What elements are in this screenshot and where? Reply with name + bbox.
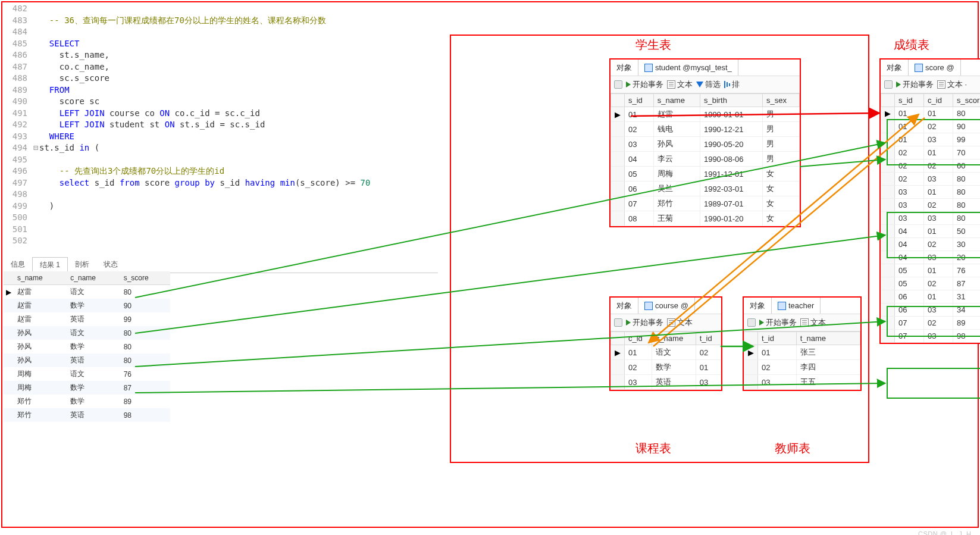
cell[interactable]: 1990-01-20 (700, 211, 762, 226)
cell[interactable]: 数学 (64, 299, 117, 312)
cell[interactable]: 03 (625, 375, 652, 390)
fold-mark[interactable] (32, 224, 39, 236)
data-row[interactable]: 020170 (881, 146, 981, 159)
cell[interactable]: 02 (696, 345, 721, 360)
result-row[interactable]: 孙风英语80 (4, 353, 170, 367)
fold-mark[interactable] (32, 119, 39, 131)
cell[interactable]: 英语 (64, 353, 117, 367)
code-line[interactable]: 483 -- 36、查询每一门课程成绩都在70分以上的学生的姓名、课程名称和分数 (4, 15, 444, 27)
code-line[interactable]: 487 co.c_name, (4, 61, 444, 73)
code-line[interactable]: 500 (4, 212, 444, 224)
cell[interactable]: 01 (924, 107, 953, 120)
tab-table[interactable]: score @ (908, 60, 961, 76)
code-line[interactable]: 501 (4, 224, 444, 236)
cell[interactable]: 英语 (652, 375, 696, 390)
cell[interactable]: 英语 (64, 408, 117, 422)
data-row[interactable]: 020260 (881, 159, 981, 173)
cell[interactable]: 01 (924, 186, 953, 199)
cell[interactable]: 04 (895, 251, 924, 264)
text-button[interactable]: 文本 (667, 79, 693, 90)
code-line[interactable]: 499 ) (4, 201, 444, 212)
data-row[interactable]: 030380 (881, 212, 981, 225)
cell[interactable]: 03 (895, 199, 924, 212)
cell[interactable]: 87 (953, 277, 980, 290)
result-row[interactable]: 赵雷英语99 (4, 312, 170, 326)
data-row[interactable]: 06吴兰1992-03-01女 (611, 182, 800, 196)
column-header[interactable]: c_name (64, 271, 117, 285)
cell[interactable]: 赵雷 (11, 285, 64, 299)
data-row[interactable]: 040230 (881, 238, 981, 251)
cell[interactable]: 87 (118, 381, 170, 395)
cell[interactable]: 02 (924, 199, 953, 212)
cell[interactable]: 数学 (64, 395, 117, 408)
db-icon-btn[interactable] (747, 318, 756, 327)
cell[interactable]: 90 (953, 120, 980, 133)
cell[interactable]: 01 (924, 146, 953, 159)
fold-mark[interactable] (32, 26, 39, 38)
cell[interactable]: 01 (924, 264, 953, 277)
cell[interactable]: 98 (953, 330, 980, 343)
fold-mark[interactable] (32, 165, 39, 177)
result-row[interactable]: 赵雷数学90 (4, 299, 170, 312)
data-row[interactable]: 040150 (881, 225, 981, 238)
cell[interactable]: 03 (924, 212, 953, 225)
code-text[interactable]: LEFT JOIN student st ON st.s_id = sc.s_i… (39, 119, 444, 131)
cell[interactable]: 90 (118, 299, 170, 312)
cell[interactable]: 1989-07-01 (700, 196, 762, 211)
code-text[interactable]: ) (39, 201, 444, 212)
cell[interactable]: 1990-12-21 (700, 122, 762, 137)
result-row[interactable]: 孙风数学80 (4, 340, 170, 353)
begin-tx-button[interactable]: 开始事务 (896, 79, 934, 90)
tab-info[interactable]: 信息 (4, 257, 32, 273)
cell[interactable]: 07 (895, 330, 924, 343)
cell[interactable]: 数学 (652, 360, 696, 375)
result-row[interactable]: 周梅语文76 (4, 367, 170, 381)
cell[interactable]: 02 (895, 146, 924, 159)
cell[interactable]: 1992-03-01 (700, 182, 762, 196)
cell[interactable]: 1990-05-20 (700, 137, 762, 152)
cell[interactable]: 06 (895, 290, 924, 304)
cell[interactable]: 男 (762, 137, 799, 152)
result-row[interactable]: 周梅数学87 (4, 381, 170, 395)
cell[interactable]: 钱电 (653, 122, 700, 137)
code-line[interactable]: 486 st.s_name, (4, 49, 444, 61)
cell[interactable]: 80 (953, 186, 980, 199)
code-text[interactable]: FROM (39, 85, 444, 96)
data-row[interactable]: 030280 (881, 199, 981, 212)
data-row[interactable]: 05周梅1991-12-01女 (611, 167, 800, 182)
column-header[interactable]: c_name (652, 332, 696, 345)
code-line[interactable]: 495 (4, 154, 444, 166)
result-row[interactable]: 郑竹英语98 (4, 408, 170, 422)
cell[interactable]: 80 (953, 199, 980, 212)
result-grid[interactable]: s_namec_names_score▶赵雷语文80赵雷数学90赵雷英语99孙风… (4, 271, 170, 422)
cell[interactable]: 女 (762, 182, 799, 196)
cell[interactable]: 02 (758, 360, 797, 375)
cell[interactable]: 03 (895, 186, 924, 199)
cell[interactable]: 女 (762, 196, 799, 211)
cell[interactable]: 80 (118, 340, 170, 353)
cell[interactable]: 08 (625, 211, 654, 226)
code-line[interactable]: 496 -- 先查询出3个成绩都70分以上的学生的id (4, 165, 444, 177)
begin-tx-button[interactable]: 开始事务 (626, 79, 663, 90)
data-row[interactable]: 030180 (881, 186, 981, 199)
begin-tx-button[interactable]: 开始事务 (626, 317, 663, 328)
tab-table[interactable]: student @mysql_test_ (638, 60, 738, 76)
code-text[interactable]: -- 先查询出3个成绩都70分以上的学生的id (39, 165, 444, 177)
fold-mark[interactable] (32, 3, 39, 15)
code-line[interactable]: 490 score sc (4, 96, 444, 108)
cell[interactable]: 周梅 (653, 167, 700, 182)
tab-result-1[interactable]: 结果 1 (32, 257, 68, 273)
code-text[interactable]: SELECT (39, 38, 444, 50)
code-text[interactable] (39, 189, 444, 201)
fold-mark[interactable] (32, 96, 39, 108)
cell[interactable]: 周梅 (11, 381, 64, 395)
cell[interactable]: 03 (625, 137, 654, 152)
cell[interactable]: 06 (625, 182, 654, 196)
cell[interactable]: 76 (118, 367, 170, 381)
cell[interactable]: 赵雷 (11, 312, 64, 326)
column-header[interactable]: t_id (696, 332, 721, 345)
cell[interactable]: 30 (953, 238, 980, 251)
cell[interactable]: 郑竹 (653, 196, 700, 211)
cell[interactable]: 99 (953, 133, 980, 146)
cell[interactable]: 05 (625, 167, 654, 182)
